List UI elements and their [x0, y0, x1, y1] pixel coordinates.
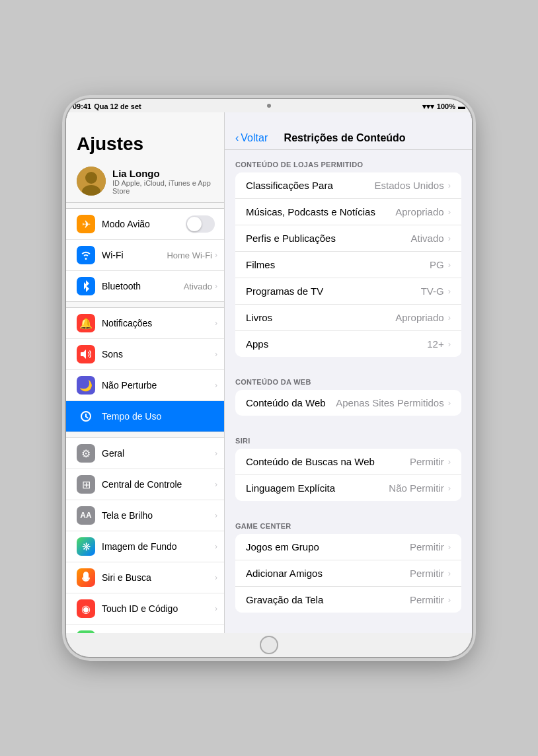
chevron-icon: ›: [448, 286, 451, 296]
settings-group-siri: Conteúdo de Buscas na Web Permitir › Lin…: [235, 449, 461, 501]
settings-row-conteudo-web[interactable]: Conteúdo da Web Apenas Sites Permitidos …: [235, 390, 461, 416]
settings-row-apps[interactable]: Apps 12+ ›: [235, 331, 461, 357]
sidebar-group-system: ⚙ Geral › ⊞ Central de Controle › AA Tel…: [66, 437, 224, 633]
row-value: Estados Unidos: [375, 180, 444, 191]
modo-aviao-toggle[interactable]: [186, 215, 215, 233]
row-label: Conteúdo da Web: [246, 397, 336, 408]
tempo-uso-icon: [77, 407, 95, 426]
sidebar-item-label: Tempo de Uso: [102, 411, 217, 422]
row-value: Ativado: [411, 233, 444, 244]
section-header-game-center: GAME CENTER: [225, 511, 472, 534]
sidebar-item-siri-busca[interactable]: Siri e Busca ›: [66, 562, 224, 593]
chevron-icon: ›: [448, 542, 451, 552]
sidebar-item-central-controle[interactable]: ⊞ Central de Controle ›: [66, 469, 224, 500]
row-label: Filmes: [246, 259, 430, 270]
row-value: Permitir: [410, 541, 444, 552]
sidebar-item-label: Siri e Busca: [102, 572, 215, 583]
bateria-icon: 🔋: [77, 630, 95, 633]
chevron-icon: ›: [215, 573, 217, 582]
settings-row-filmes[interactable]: Filmes PG ›: [235, 252, 461, 278]
sidebar-item-tempo-de-uso[interactable]: Tempo de Uso: [66, 401, 224, 432]
bluetooth-icon: [77, 277, 95, 295]
central-controle-icon: ⊞: [77, 475, 95, 494]
chevron-icon: ›: [215, 381, 217, 390]
row-label: Linguagem Explícita: [246, 482, 389, 494]
row-label: Livros: [246, 312, 395, 323]
chevron-icon: ›: [448, 483, 451, 493]
sidebar-item-label: Touch ID e Código: [102, 603, 215, 614]
back-button[interactable]: ‹ Voltar: [235, 132, 268, 144]
settings-row-tv[interactable]: Programas de TV TV-G ›: [235, 278, 461, 305]
sidebar-item-label: Tela e Brilho: [102, 510, 215, 521]
ipad-screen: 09:41 Qua 12 de set ▾▾▾ 100% ▬ Ajustes: [66, 112, 472, 633]
chevron-icon: ›: [448, 180, 451, 190]
row-label: Jogos em Grupo: [246, 541, 410, 552]
settings-row-musicas[interactable]: Músicas, Podcasts e Notícias Apropriado …: [235, 199, 461, 225]
settings-row-jogos-grupo[interactable]: Jogos em Grupo Permitir ›: [235, 534, 461, 560]
status-bar: 09:41 Qua 12 de set ▾▾▾ 100% ▬: [66, 112, 472, 114]
tela-brilho-icon: AA: [77, 506, 95, 525]
wifi-value: Home Wi-Fi: [167, 250, 212, 260]
row-value: Não Permitir: [389, 482, 443, 494]
settings-row-livros[interactable]: Livros Apropriado ›: [235, 305, 461, 331]
section-header-web: CONTEÚDO DA WEB: [225, 367, 472, 390]
modo-aviao-icon: ✈: [77, 215, 95, 233]
settings-row-buscas-web[interactable]: Conteúdo de Buscas na Web Permitir ›: [235, 449, 461, 475]
sidebar-item-label: Modo Avião: [102, 219, 186, 229]
sidebar-item-sons[interactable]: Sons ›: [66, 339, 224, 370]
settings-group-lojas: Classificações Para Estados Unidos › Mús…: [235, 172, 461, 357]
sidebar-item-bluetooth[interactable]: Bluetooth Ativado ›: [66, 271, 224, 301]
sidebar-item-touch-id[interactable]: ◉ Touch ID e Código ›: [66, 593, 224, 624]
sidebar-group-notifications: 🔔 Notificações › Sons › 🌙 Não Perturbe: [66, 307, 224, 432]
sidebar: Ajustes Lia Longo ID Apple, iCloud, iTun…: [66, 112, 225, 633]
profile-section[interactable]: Lia Longo ID Apple, iCloud, iTunes e App…: [66, 160, 224, 203]
settings-group-web: Conteúdo da Web Apenas Sites Permitidos …: [235, 390, 461, 416]
home-button[interactable]: [260, 636, 278, 654]
sidebar-item-notificacoes[interactable]: 🔔 Notificações ›: [66, 308, 224, 339]
sidebar-item-label: Notificações: [102, 318, 215, 328]
chevron-icon: ›: [448, 339, 451, 349]
section-header-lojas: CONTEÚDO DE LOJAS PERMITIDO: [225, 150, 472, 172]
sidebar-item-tela-brilho[interactable]: AA Tela e Brilho ›: [66, 500, 224, 531]
sidebar-item-imagem-fundo[interactable]: ❋ Imagem de Fundo ›: [66, 531, 224, 562]
profile-subtitle: ID Apple, iCloud, iTunes e App Store: [112, 179, 213, 195]
chevron-icon: ›: [215, 542, 217, 551]
chevron-icon: ›: [448, 568, 451, 578]
sidebar-item-wifi[interactable]: Wi-Fi Home Wi-Fi ›: [66, 240, 224, 271]
sidebar-group-connectivity: ✈ Modo Avião Wi-Fi Home Wi-Fi ›: [66, 208, 224, 302]
touch-id-icon: ◉: [77, 599, 95, 618]
nav-bar: ‹ Voltar Restrições de Conteúdo: [225, 127, 472, 150]
settings-row-adicionar-amigos[interactable]: Adicionar Amigos Permitir ›: [235, 560, 461, 587]
row-label: Apps: [246, 338, 427, 350]
sidebar-item-geral[interactable]: ⚙ Geral ›: [66, 438, 224, 469]
avatar: [77, 167, 106, 196]
settings-row-linguagem[interactable]: Linguagem Explícita Não Permitir ›: [235, 475, 461, 501]
siri-icon: [77, 568, 95, 587]
ipad-bottom-bar: [66, 633, 472, 657]
back-chevron-icon: ‹: [235, 132, 239, 144]
row-value: PG: [430, 259, 444, 270]
sidebar-item-label: Bluetooth: [102, 281, 184, 291]
toggle-knob: [187, 217, 202, 231]
back-label: Voltar: [241, 132, 268, 144]
sidebar-item-bateria[interactable]: 🔋 Bateria ›: [66, 624, 224, 633]
section-header-siri: SIRI: [225, 426, 472, 449]
settings-row-gravacao-tela[interactable]: Gravação da Tela Permitir ›: [235, 587, 461, 613]
settings-row-classificacoes[interactable]: Classificações Para Estados Unidos ›: [235, 172, 461, 199]
row-value: Permitir: [410, 594, 444, 605]
chevron-icon: ›: [215, 350, 217, 359]
wifi-icon: [77, 246, 95, 264]
sidebar-item-modo-aviao[interactable]: ✈ Modo Avião: [66, 209, 224, 240]
row-label: Programas de TV: [246, 285, 421, 297]
page-title: Restrições de Conteúdo: [268, 132, 422, 144]
settings-row-perfis[interactable]: Perfis e Publicações Ativado ›: [235, 225, 461, 252]
profile-info: Lia Longo ID Apple, iCloud, iTunes e App…: [112, 168, 213, 195]
chevron-icon: ›: [215, 250, 217, 260]
main-content: ‹ Voltar Restrições de Conteúdo CONTEÚDO…: [225, 112, 472, 633]
sidebar-item-label: Não Perturbe: [102, 380, 215, 391]
row-label: Perfis e Publicações: [246, 233, 411, 244]
row-label: Adicionar Amigos: [246, 568, 410, 579]
row-value: Apenas Sites Permitidos: [336, 397, 443, 408]
sidebar-title: Ajustes: [66, 127, 224, 160]
sidebar-item-nao-perturbe[interactable]: 🌙 Não Perturbe ›: [66, 370, 224, 401]
